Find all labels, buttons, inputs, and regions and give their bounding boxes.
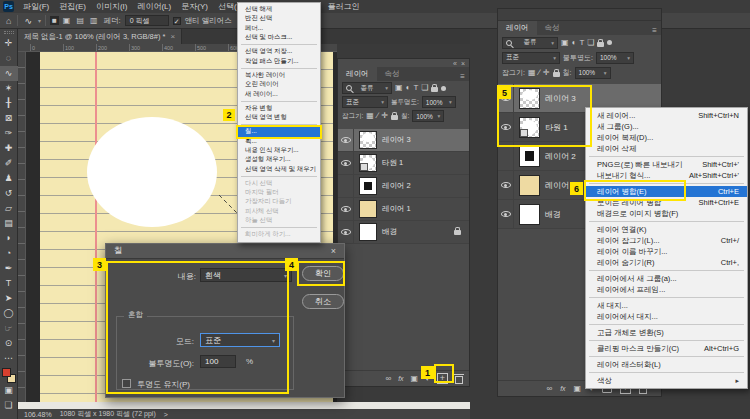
- blend-mode-dropdown[interactable]: 표준 ▾: [502, 52, 560, 64]
- menu-item[interactable]: [589, 340, 744, 341]
- menubar-item[interactable]: 편집(E): [54, 1, 91, 12]
- menu-item[interactable]: [589, 270, 744, 271]
- menu-item[interactable]: 내보내기 형식... Alt+Shift+Ctrl+': [586, 170, 747, 181]
- layer-thumbnail[interactable]: [359, 154, 377, 172]
- close-icon[interactable]: ×: [461, 60, 465, 67]
- home-icon[interactable]: ⌂: [4, 13, 13, 29]
- layer-row[interactable]: 레이어 3: [338, 129, 469, 152]
- menubar-item[interactable]: 플러그인: [322, 1, 364, 12]
- frame-tool[interactable]: ⊠: [0, 111, 18, 126]
- menu-item[interactable]: 페더...: [238, 24, 320, 33]
- layer-thumbnail[interactable]: [519, 88, 540, 109]
- layer-row[interactable]: 배경: [338, 221, 469, 244]
- foreground-color-swatch[interactable]: [2, 368, 11, 377]
- tab-properties[interactable]: 속성: [537, 21, 568, 35]
- brush-tool[interactable]: ✐: [0, 156, 18, 171]
- menu-item[interactable]: [241, 176, 317, 177]
- opacity-dropdown[interactable]: 100% ▾: [422, 96, 456, 108]
- menu-item[interactable]: 자유 변형: [238, 104, 320, 113]
- menu-item[interactable]: 선택 영역 변형: [238, 113, 320, 122]
- opacity-input[interactable]: 100: [200, 355, 236, 368]
- menu-item[interactable]: [241, 101, 317, 102]
- eraser-tool[interactable]: ▱: [0, 201, 18, 216]
- menu-item[interactable]: 레이어 삭제: [586, 143, 747, 154]
- menubar-item[interactable]: 레이어(L): [132, 1, 176, 12]
- menubar-item[interactable]: 파일(F): [18, 1, 54, 12]
- subtract-from-selection[interactable]: ▤: [74, 16, 86, 25]
- menu-item[interactable]: [589, 156, 744, 157]
- visibility-toggle[interactable]: [498, 200, 514, 228]
- layer-mask-icon[interactable]: ▣: [411, 375, 419, 383]
- screen-mode-button[interactable]: ❏: [0, 398, 18, 413]
- add-to-selection[interactable]: ▣: [61, 16, 73, 25]
- visibility-toggle[interactable]: [498, 113, 514, 141]
- menu-item[interactable]: 레이어 병합(E) Ctrl+E: [586, 186, 747, 197]
- tab-layers[interactable]: 레이어: [338, 67, 377, 81]
- menu-item[interactable]: [241, 227, 317, 228]
- menu-item[interactable]: 새 레이어...: [238, 89, 320, 98]
- menu-item[interactable]: 새 그룹(G)...: [586, 121, 747, 132]
- layer-thumbnail[interactable]: [359, 131, 377, 149]
- menu-item[interactable]: 선택 해제: [238, 5, 320, 14]
- panel-menu-icon[interactable]: ≡: [652, 26, 661, 35]
- menu-item[interactable]: 배경으로 이미지 병합(F): [586, 208, 747, 219]
- menu-item[interactable]: 보이는 레이어 병합 Shift+Ctrl+E: [586, 197, 747, 208]
- menu-item[interactable]: [589, 183, 744, 184]
- filter-kind-dropdown[interactable]: 종류 ▾: [502, 37, 558, 49]
- layer-style-icon[interactable]: fx: [398, 375, 403, 382]
- filter-kind-dropdown[interactable]: 종류 ▾: [342, 82, 392, 94]
- crop-tool[interactable]: ╂: [0, 96, 18, 111]
- horizontal-scrollbar[interactable]: [18, 402, 470, 409]
- layer-thumbnail[interactable]: [359, 200, 377, 218]
- menu-item[interactable]: 희미하게 하기...: [238, 230, 320, 239]
- lock-pixels-icon[interactable]: ∕: [539, 69, 540, 77]
- visibility-toggle[interactable]: [338, 152, 354, 174]
- fill-dropdown[interactable]: 100% ▾: [412, 110, 444, 122]
- opacity-dropdown[interactable]: 100% ▾: [596, 52, 634, 64]
- mode-dropdown[interactable]: 표준 ▾: [200, 333, 280, 347]
- tab-properties[interactable]: 속성: [377, 67, 408, 81]
- lock-transparency-icon[interactable]: ▦: [528, 69, 536, 77]
- menu-item[interactable]: 반전 선택: [238, 14, 320, 23]
- close-icon[interactable]: ×: [331, 246, 336, 256]
- menu-item[interactable]: 색상: [586, 375, 747, 386]
- menu-item[interactable]: 레이어에서 새 그룹(a)...: [586, 273, 747, 284]
- lock-position-icon[interactable]: ✛: [381, 112, 388, 120]
- delete-layer-icon[interactable]: [455, 376, 463, 384]
- lock-all-icon[interactable]: [553, 72, 560, 77]
- layer-thumbnail[interactable]: [519, 175, 540, 196]
- white-ellipse-selection[interactable]: [87, 117, 217, 227]
- panel-grip[interactable]: [4, 31, 14, 34]
- visibility-toggle[interactable]: [338, 129, 354, 151]
- chevron-down-icon[interactable]: ▾: [38, 17, 41, 24]
- filter-type-icon[interactable]: T: [413, 84, 418, 92]
- cancel-button[interactable]: 취소: [302, 294, 344, 309]
- menu-item[interactable]: 레이어에서 대지...: [586, 311, 747, 322]
- edit-toolbar[interactable]: ⋯: [0, 351, 18, 366]
- lock-position-icon[interactable]: ✛: [543, 69, 550, 77]
- menu-item[interactable]: 새 대지...: [586, 300, 747, 311]
- menu-item[interactable]: [589, 356, 744, 357]
- layer-row[interactable]: 레이어 1: [338, 198, 469, 221]
- close-icon[interactable]: ×: [170, 32, 175, 41]
- filter-smart-object-icon[interactable]: [431, 87, 438, 92]
- menu-item[interactable]: 레이어 숨기기(R) Ctrl+,: [586, 257, 747, 268]
- zoom-level[interactable]: 106.48%: [24, 411, 52, 418]
- lasso-tool[interactable]: ∿: [0, 66, 18, 81]
- layer-row[interactable]: 타원 1: [338, 152, 469, 175]
- menu-item[interactable]: 복사한 레이어: [238, 71, 320, 80]
- contents-dropdown[interactable]: 흰색 ▾: [200, 268, 292, 282]
- menu-item[interactable]: 레이어에서 프레임...: [586, 284, 747, 295]
- menu-item[interactable]: 레이어 이름 바꾸기...: [586, 246, 747, 257]
- quick-mask-button[interactable]: ▣: [0, 383, 18, 398]
- layer-thumbnail[interactable]: [359, 223, 377, 241]
- menu-item[interactable]: 칠...: [238, 127, 320, 136]
- layer-style-icon[interactable]: fx: [560, 385, 565, 392]
- link-layers-icon[interactable]: ∞: [385, 375, 391, 383]
- tab-layers[interactable]: 레이어: [498, 21, 537, 35]
- filter-adjustment-icon[interactable]: ◐: [572, 39, 577, 47]
- menu-item[interactable]: [241, 44, 317, 45]
- menubar-item[interactable]: 이미지(I): [91, 1, 133, 12]
- menu-item[interactable]: [589, 324, 744, 325]
- layer-thumbnail[interactable]: [519, 204, 540, 225]
